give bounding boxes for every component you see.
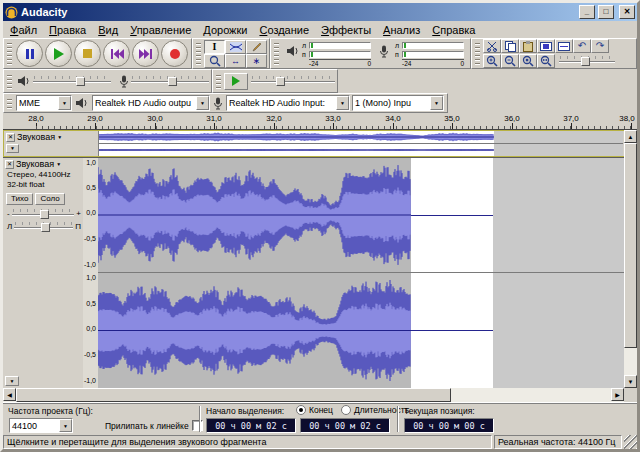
dropdown-icon[interactable]: ▼ <box>430 96 443 110</box>
pan-slider-thumb[interactable] <box>41 223 50 232</box>
menu-tracks[interactable]: Дорожки <box>197 23 253 37</box>
horizontal-scrollbar-thumb[interactable] <box>16 388 451 402</box>
track-2-collapse-icon[interactable]: ▼ <box>5 376 19 386</box>
mute-button[interactable]: Тихо <box>6 193 33 205</box>
envelope-tool-button[interactable] <box>225 40 246 54</box>
gain-slider[interactable] <box>12 208 75 219</box>
title-bar[interactable]: Audacity _ □ ✕ <box>3 3 637 21</box>
timeline-ruler[interactable]: 28,0 29,0 30,0 31,0 32,0 33,0 34,0 35,0 … <box>3 113 637 130</box>
track-2-lower-silent[interactable] <box>411 273 493 388</box>
recording-meter[interactable]: л п -240 <box>379 41 464 67</box>
input-volume-thumb[interactable] <box>168 77 177 86</box>
output-volume-thumb[interactable] <box>76 77 85 86</box>
scroll-down-icon[interactable]: ▼ <box>624 375 637 388</box>
toolbar-grip[interactable] <box>475 42 480 65</box>
track-2-name[interactable]: Звуковая <box>16 159 54 169</box>
maximize-button-icon[interactable]: □ <box>598 5 614 19</box>
track-1-waveform-view[interactable] <box>99 131 623 156</box>
solo-button[interactable]: Соло <box>35 193 64 205</box>
dropdown-icon[interactable]: ▼ <box>58 96 71 110</box>
horizontal-scrollbar[interactable]: ◀ ▶ <box>3 388 637 402</box>
vertical-scrollbar-thumb[interactable] <box>624 143 637 348</box>
zoom-slider-thumb[interactable] <box>581 57 590 66</box>
toolbar-grip[interactable] <box>7 42 12 65</box>
vertical-scrollbar[interactable]: ▲ ▼ <box>624 130 637 388</box>
track-1-clip-upper[interactable] <box>99 131 494 143</box>
toolbar-grip[interactable] <box>196 42 201 65</box>
skip-to-start-button[interactable] <box>103 40 130 67</box>
radio-end[interactable] <box>296 405 306 415</box>
menu-help[interactable]: Справка <box>426 23 481 37</box>
audio-host-combo[interactable]: MME ▼ <box>16 95 72 111</box>
input-volume-slider[interactable] <box>131 75 209 87</box>
redo-button[interactable]: ↷ <box>591 39 609 53</box>
track-2-close-icon[interactable]: ✕ <box>5 160 14 169</box>
zoom-selection-button[interactable] <box>519 54 537 68</box>
menu-control[interactable]: Управление <box>124 23 197 37</box>
silence-button[interactable] <box>555 39 573 53</box>
current-position-time[interactable]: 00 ч 00 м 00 с <box>404 418 494 433</box>
menu-edit[interactable]: Правка <box>43 23 92 37</box>
gain-slider-thumb[interactable] <box>40 210 49 219</box>
toolbar-grip[interactable] <box>274 42 279 65</box>
zoom-tool-button[interactable] <box>204 54 225 68</box>
track-1-empty-area[interactable] <box>494 144 623 156</box>
input-channels-combo[interactable]: 1 (Mono) Inpu ▼ <box>352 95 444 111</box>
menu-analyze[interactable]: Анализ <box>377 23 426 37</box>
zoom-fit-button[interactable] <box>537 54 555 68</box>
radio-length[interactable] <box>341 405 351 415</box>
dropdown-icon[interactable]: ▼ <box>336 96 349 110</box>
output-device-combo[interactable]: Realtek HD Audio outpu ▼ <box>92 95 210 111</box>
scroll-up-icon[interactable]: ▲ <box>624 130 637 143</box>
zoom-in-button[interactable] <box>483 54 501 68</box>
dropdown-icon[interactable]: ▼ <box>196 96 209 110</box>
menu-view[interactable]: Вид <box>92 23 124 37</box>
toolbar-grip[interactable] <box>7 97 12 109</box>
timeshift-tool-button[interactable]: ↔ <box>225 54 246 68</box>
track-2-upper-empty[interactable] <box>493 158 624 272</box>
track-1-clip-lower[interactable] <box>99 144 494 156</box>
undo-button[interactable]: ↶ <box>573 39 591 53</box>
play-at-speed-button[interactable] <box>224 73 248 90</box>
record-button[interactable] <box>161 40 188 67</box>
playback-meter[interactable]: л п -240 <box>286 41 371 67</box>
zoom-out-button[interactable] <box>501 54 519 68</box>
draw-tool-button[interactable] <box>246 40 267 54</box>
scroll-right-icon[interactable]: ▶ <box>611 388 624 401</box>
track-2-menu-icon[interactable]: ▼ <box>56 161 61 167</box>
minimize-button-icon[interactable]: _ <box>579 5 595 19</box>
selection-end-radio[interactable]: Конец <box>296 405 333 415</box>
project-rate-combo[interactable]: 44100 ▼ <box>9 418 73 433</box>
track-2-upper-selection[interactable] <box>98 158 411 272</box>
zoom-slider[interactable] <box>559 55 615 67</box>
toolbar-grip[interactable] <box>7 73 12 89</box>
menu-generate[interactable]: Создание <box>253 23 315 37</box>
menu-file[interactable]: Файл <box>4 23 43 37</box>
paste-button[interactable] <box>519 39 537 53</box>
selection-tool-button[interactable]: I <box>204 40 225 54</box>
menu-effects[interactable]: Эффекты <box>315 23 377 37</box>
track-2-waveform-view[interactable] <box>98 158 624 388</box>
scroll-left-icon[interactable]: ◀ <box>3 388 16 401</box>
selection-end-time[interactable]: 00 ч 00 м 02 с <box>300 418 390 433</box>
horizontal-scrollbar-track[interactable] <box>16 388 611 402</box>
pan-slider[interactable] <box>14 221 73 232</box>
trim-button[interactable] <box>537 39 555 53</box>
track-2-lower-selection[interactable] <box>98 273 411 388</box>
track-2-lower-empty[interactable] <box>493 273 624 388</box>
dropdown-icon[interactable]: ▼ <box>59 419 72 432</box>
track-1-close-icon[interactable]: ✕ <box>6 133 15 142</box>
close-button-icon[interactable]: ✕ <box>619 5 635 19</box>
selection-start-time[interactable]: 00 ч 00 м 02 с <box>206 418 296 433</box>
toolbar-grip[interactable] <box>216 73 221 89</box>
output-volume-slider[interactable] <box>33 75 111 87</box>
input-device-combo[interactable]: Realtek HD Audio Input: ▼ <box>226 95 350 111</box>
stop-button[interactable] <box>74 40 101 67</box>
play-button[interactable] <box>45 40 72 67</box>
track-2-upper-silent[interactable] <box>411 158 493 272</box>
skip-to-end-button[interactable] <box>132 40 159 67</box>
multi-tool-button[interactable]: ∗ <box>246 54 267 68</box>
pause-button[interactable] <box>16 40 43 67</box>
cut-button[interactable] <box>483 39 501 53</box>
track-1-empty-area[interactable] <box>494 131 623 143</box>
